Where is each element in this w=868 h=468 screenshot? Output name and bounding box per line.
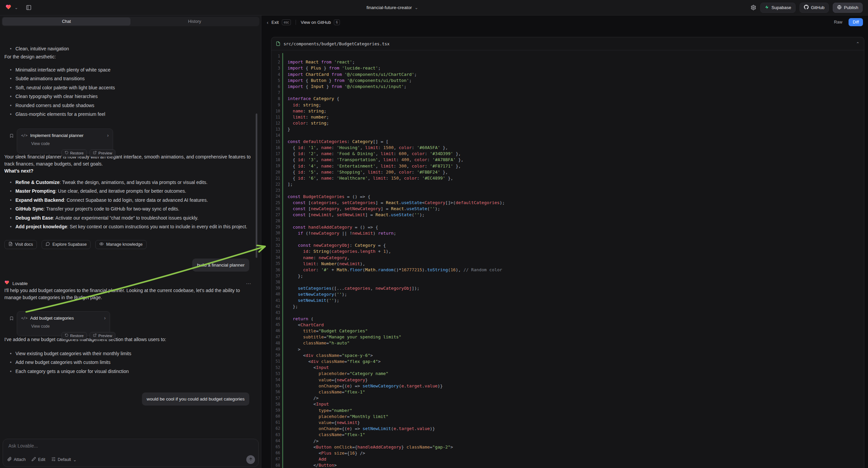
code-body: src/components/budget/BudgetCategories.t… bbox=[271, 29, 864, 468]
github-icon bbox=[804, 5, 809, 10]
code-line: subtitle="Manage your spending limits" bbox=[287, 334, 864, 340]
line-number: 43 bbox=[272, 310, 280, 316]
line-number: 63 bbox=[272, 432, 280, 438]
code-line: Add bbox=[287, 456, 864, 462]
arrow-up-icon bbox=[249, 457, 253, 462]
restore-label: Restore bbox=[70, 334, 84, 338]
line-number: 40 bbox=[272, 291, 280, 297]
line-number: 48 bbox=[272, 340, 280, 346]
line-number-gutter: 1234567891011121314151617181920212223242… bbox=[272, 53, 282, 468]
edit-label: Edit bbox=[38, 457, 45, 462]
raw-toggle-button[interactable]: Raw bbox=[830, 18, 845, 26]
pencil-icon bbox=[32, 457, 36, 462]
external-link-icon bbox=[93, 333, 97, 338]
assistant-header: Lovable ⋯ bbox=[4, 280, 253, 287]
code-line: value={newCategory} bbox=[287, 377, 864, 383]
line-number: 2 bbox=[272, 59, 280, 65]
restore-button[interactable]: Restore bbox=[61, 332, 87, 340]
line-number: 57 bbox=[272, 395, 280, 401]
line-number: 5 bbox=[272, 78, 280, 84]
prompt-input[interactable] bbox=[8, 442, 245, 455]
tab-history[interactable]: History bbox=[130, 18, 259, 26]
code-line: limit: Number(newLimit), bbox=[287, 261, 864, 267]
line-number: 35 bbox=[272, 261, 280, 267]
sidebar-toggle-icon[interactable] bbox=[26, 5, 32, 10]
code-line: color: string; bbox=[287, 120, 864, 126]
suggestion-buttons: Visit docs Explore Supabase Manage knowl… bbox=[4, 240, 253, 249]
github-count-badge: 6 bbox=[334, 20, 340, 25]
chevron-down-icon: ⌄ bbox=[73, 458, 77, 462]
attach-label: Attach bbox=[14, 457, 26, 462]
supabase-button[interactable]: Supabase bbox=[760, 3, 796, 13]
mode-select-button[interactable]: Default ⌄ bbox=[51, 457, 77, 462]
code-line bbox=[287, 310, 864, 316]
preview-button[interactable]: Preview bbox=[90, 149, 116, 157]
restore-button[interactable]: Restore bbox=[61, 149, 87, 157]
esc-key-badge: esc bbox=[282, 20, 291, 25]
line-number: 14 bbox=[272, 132, 280, 138]
file-header[interactable]: src/components/budget/BudgetCategories.t… bbox=[272, 37, 864, 50]
code-line bbox=[287, 279, 864, 285]
line-number: 8 bbox=[272, 96, 280, 102]
line-number: 61 bbox=[272, 419, 280, 426]
supabase-zap-icon bbox=[765, 5, 769, 10]
view-on-github-link[interactable]: View on GitHub bbox=[301, 20, 331, 25]
code-line: <div className="space-y-6"> bbox=[287, 352, 864, 358]
topbar: ⌄ financial-future-creator ⌄ Supabase bbox=[0, 0, 868, 16]
code-line: </Button> bbox=[287, 462, 864, 468]
lovable-logo-heart-icon[interactable] bbox=[5, 4, 11, 11]
line-number: 22 bbox=[272, 181, 280, 187]
code-lines: import React from 'react';import { Plus … bbox=[282, 53, 864, 468]
message-icon bbox=[45, 242, 50, 247]
line-number: 67 bbox=[272, 456, 280, 462]
manage-knowledge-button[interactable]: Manage knowledge bbox=[95, 240, 146, 249]
edit-card-wrap: </> Implement financial planner › View c… bbox=[17, 128, 253, 153]
code-line: { id: '1', name: 'Housing', limit: 1500,… bbox=[287, 145, 864, 151]
view-code-link[interactable]: View code bbox=[31, 323, 106, 330]
explore-supabase-button[interactable]: Explore Supabase bbox=[41, 240, 91, 249]
code-line: const BudgetCategories = () => { bbox=[287, 194, 864, 200]
code-line: title="Budget Categories" bbox=[287, 328, 864, 334]
edit-card-implement-financial-planner[interactable]: </> Implement financial planner › View c… bbox=[17, 128, 113, 153]
chat-message-list[interactable]: Clean, intuitive navigation For the desi… bbox=[0, 43, 261, 435]
bookmark-icon[interactable] bbox=[9, 133, 14, 140]
diff-toggle-button[interactable]: Diff bbox=[848, 18, 863, 26]
assistant-name: Lovable bbox=[12, 280, 28, 287]
line-number: 26 bbox=[272, 206, 280, 212]
code-line: { id: '6', name: 'Healthcare', limit: 15… bbox=[287, 175, 864, 181]
line-number: 44 bbox=[272, 316, 280, 322]
line-number: 29 bbox=[272, 224, 280, 230]
line-number: 16 bbox=[272, 145, 280, 151]
exit-button[interactable]: Exit bbox=[272, 20, 279, 25]
chat-scrollbar-thumb[interactable] bbox=[256, 114, 257, 258]
chevron-right-icon: › bbox=[107, 132, 109, 139]
preview-button[interactable]: Preview bbox=[90, 332, 116, 340]
next-steps-list: Refine & Customize: Tweak the design, an… bbox=[4, 178, 253, 231]
project-switcher[interactable]: financial-future-creator ⌄ bbox=[366, 5, 418, 10]
view-code-link[interactable]: View code bbox=[31, 140, 109, 147]
line-number: 49 bbox=[272, 346, 280, 352]
edit-mode-button[interactable]: Edit bbox=[32, 457, 45, 462]
bookmark-icon[interactable] bbox=[9, 316, 14, 323]
collapse-chevron-up-icon[interactable]: ⌃ bbox=[856, 41, 860, 46]
publish-button[interactable]: Publish bbox=[833, 3, 863, 13]
github-button[interactable]: GitHub bbox=[800, 3, 829, 13]
attach-button[interactable]: Attach bbox=[7, 457, 26, 462]
workspace-chevron-down-icon[interactable]: ⌄ bbox=[14, 5, 18, 10]
next-step-item: Add project knowledge: Set key context o… bbox=[16, 222, 253, 231]
code-line: const defaultCategories: Category[] = [ bbox=[287, 139, 864, 145]
manage-knowledge-label: Manage knowledge bbox=[106, 242, 142, 247]
line-number: 1 bbox=[272, 53, 280, 59]
message-menu-icon[interactable]: ⋯ bbox=[246, 280, 251, 287]
tab-chat[interactable]: Chat bbox=[2, 18, 130, 26]
send-button[interactable] bbox=[246, 455, 255, 464]
visit-docs-button[interactable]: Visit docs bbox=[4, 240, 37, 249]
code-line: type="number" bbox=[287, 408, 864, 414]
code-line bbox=[287, 53, 864, 59]
chevron-right-icon: › bbox=[104, 315, 106, 322]
settings-gear-icon[interactable] bbox=[750, 5, 756, 10]
line-number: 7 bbox=[272, 90, 280, 96]
edit-card-add-budget-categories[interactable]: </> Add budget categories › View code Re… bbox=[17, 311, 110, 336]
code-editor[interactable]: 1234567891011121314151617181920212223242… bbox=[272, 50, 864, 468]
back-chevron-icon[interactable]: ‹ bbox=[267, 20, 269, 25]
